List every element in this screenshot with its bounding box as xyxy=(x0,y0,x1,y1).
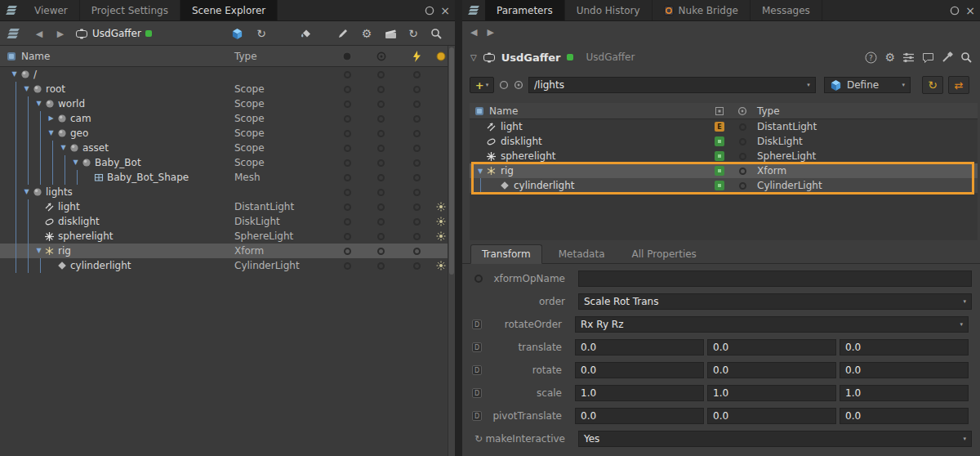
lightning-toggle[interactable] xyxy=(413,145,421,152)
lightning-toggle[interactable] xyxy=(413,115,421,123)
badge-column-icon[interactable] xyxy=(715,106,724,116)
tree-row-cam[interactable]: ▶camScope xyxy=(0,111,455,126)
gear-icon[interactable]: ⚙ xyxy=(884,51,895,64)
visibility-toggle[interactable] xyxy=(344,145,351,152)
expander-open-icon[interactable]: ▼ xyxy=(47,126,56,141)
lightning-toggle[interactable] xyxy=(413,233,421,240)
rotate-x-input[interactable] xyxy=(575,362,704,378)
lightning-column-icon[interactable] xyxy=(412,51,421,62)
help-icon[interactable]: ? xyxy=(865,51,877,64)
tab-scene-explorer[interactable]: Scene Explorer xyxy=(180,0,278,20)
scrollbar-track[interactable] xyxy=(448,46,455,456)
pivottranslate-y-input[interactable] xyxy=(707,408,836,424)
tree-row-rig[interactable]: ▼rigXform xyxy=(0,244,455,258)
visibility-toggle[interactable] xyxy=(344,115,351,123)
pivottranslate-x-input[interactable] xyxy=(575,408,704,424)
expander-open-icon[interactable]: ▼ xyxy=(474,168,486,175)
visibility-toggle[interactable] xyxy=(344,130,351,137)
visibility-toggle[interactable] xyxy=(344,203,351,211)
makeinteractive-select[interactable]: Yes▾ xyxy=(578,431,972,447)
lightning-toggle[interactable] xyxy=(413,248,421,255)
prim-row-cylinderlight[interactable]: cylinderlightCylinderLight xyxy=(470,178,978,193)
tab-viewer[interactable]: Viewer xyxy=(23,0,80,20)
tree-row-spherelight[interactable]: spherelightSphereLight xyxy=(0,229,455,244)
search-icon[interactable] xyxy=(426,24,446,43)
light-toggle-icon[interactable] xyxy=(436,261,446,270)
close-icon[interactable]: × xyxy=(965,5,975,16)
visibility-toggle[interactable] xyxy=(344,159,351,167)
tree-row-root[interactable]: ▼/ xyxy=(0,67,455,82)
lightning-toggle[interactable] xyxy=(413,262,421,270)
rotate-z-input[interactable] xyxy=(840,362,969,378)
tab-all-properties[interactable]: All Properties xyxy=(621,245,707,263)
history-forward-icon[interactable]: ▶ xyxy=(51,24,70,43)
expander-open-icon[interactable]: ▼ xyxy=(22,185,31,199)
lightning-toggle[interactable] xyxy=(413,86,421,93)
history-back-icon[interactable]: ◀ xyxy=(470,27,477,38)
render-toggle[interactable] xyxy=(377,233,385,240)
tree-row-baby-bot[interactable]: ▼Baby_BotScope xyxy=(0,155,455,170)
render-toggle[interactable] xyxy=(377,115,385,123)
detach-panel-icon[interactable] xyxy=(950,6,960,16)
panel-divider[interactable] xyxy=(455,0,462,456)
render-toggle[interactable] xyxy=(377,218,385,226)
tree-row-disklight[interactable]: disklightDiskLight xyxy=(0,214,455,229)
scale-z-input[interactable] xyxy=(840,385,969,401)
paint-bucket-icon[interactable] xyxy=(296,24,315,43)
light-toggle-icon[interactable] xyxy=(436,202,446,212)
pencil-icon[interactable] xyxy=(333,24,353,43)
tree-row-baby-bot-shape[interactable]: Baby_Bot_ShapeMesh xyxy=(0,170,455,185)
type-column-icon[interactable] xyxy=(737,106,747,116)
rotateorder-select[interactable]: Rx Ry Rz▾ xyxy=(575,316,969,333)
visibility-toggle[interactable] xyxy=(344,262,351,270)
history-back-icon[interactable]: ◀ xyxy=(29,24,49,43)
tab-messages[interactable]: Messages xyxy=(751,0,822,20)
translate-x-input[interactable] xyxy=(575,339,704,355)
lightning-toggle[interactable] xyxy=(413,218,421,226)
tree-row-light[interactable]: lightDistantLight xyxy=(0,199,455,214)
visibility-toggle[interactable] xyxy=(344,233,351,240)
render-toggle[interactable] xyxy=(377,262,385,270)
type-toggle[interactable] xyxy=(739,138,746,145)
search-icon[interactable] xyxy=(960,51,972,63)
lightning-toggle[interactable] xyxy=(413,174,421,181)
lightning-toggle[interactable] xyxy=(413,189,421,196)
tree-row-asset[interactable]: ▼assetScope xyxy=(0,141,455,155)
swap-button[interactable]: ⇄ xyxy=(948,76,969,94)
wrench-icon[interactable] xyxy=(942,51,953,63)
tree-row-world[interactable]: ▼worldScope xyxy=(0,96,455,111)
history-forward-icon[interactable]: ▶ xyxy=(487,27,493,38)
prim-row-light[interactable]: lightEDistantLight xyxy=(470,119,978,134)
render-toggle[interactable] xyxy=(377,203,385,211)
render-toggle[interactable] xyxy=(377,159,385,167)
visibility-column-icon[interactable] xyxy=(342,51,352,61)
visibility-toggle[interactable] xyxy=(344,101,351,108)
layers-icon[interactable] xyxy=(3,24,23,43)
visibility-toggle[interactable] xyxy=(344,218,351,226)
detach-panel-icon[interactable] xyxy=(425,6,434,16)
lightning-toggle[interactable] xyxy=(413,71,421,78)
lightning-toggle[interactable] xyxy=(413,203,421,211)
order-select[interactable]: Scale Rot Trans▾ xyxy=(578,293,972,310)
type-toggle[interactable] xyxy=(739,153,746,160)
lightning-toggle[interactable] xyxy=(413,101,421,108)
scrollbar-thumb[interactable] xyxy=(449,47,454,275)
prim-row-rig[interactable]: ▼rigXform xyxy=(470,163,978,178)
light-toggle-icon[interactable] xyxy=(436,217,446,226)
usd-cube-icon[interactable] xyxy=(227,24,247,43)
rotate-y-input[interactable] xyxy=(707,362,836,378)
render-toggle[interactable] xyxy=(377,130,385,137)
tab-undo-history[interactable]: Undo History xyxy=(565,0,653,20)
tab-parameters[interactable]: Parameters xyxy=(485,0,565,20)
prim-path-input[interactable] xyxy=(529,79,802,91)
expander-open-icon[interactable]: ▼ xyxy=(10,67,19,82)
light-toggle-icon[interactable] xyxy=(436,231,446,241)
expander-open-icon[interactable]: ▼ xyxy=(59,141,68,155)
tree-row-geo[interactable]: ▼geoScope xyxy=(0,126,455,141)
scale-y-input[interactable] xyxy=(707,385,836,401)
reload-button[interactable]: ↻ xyxy=(922,76,943,94)
pin-location-icon[interactable] xyxy=(514,80,523,90)
render-toggle[interactable] xyxy=(377,71,385,78)
refresh-icon[interactable]: ↻ xyxy=(403,24,423,43)
panel-menu-icon[interactable] xyxy=(462,0,485,20)
